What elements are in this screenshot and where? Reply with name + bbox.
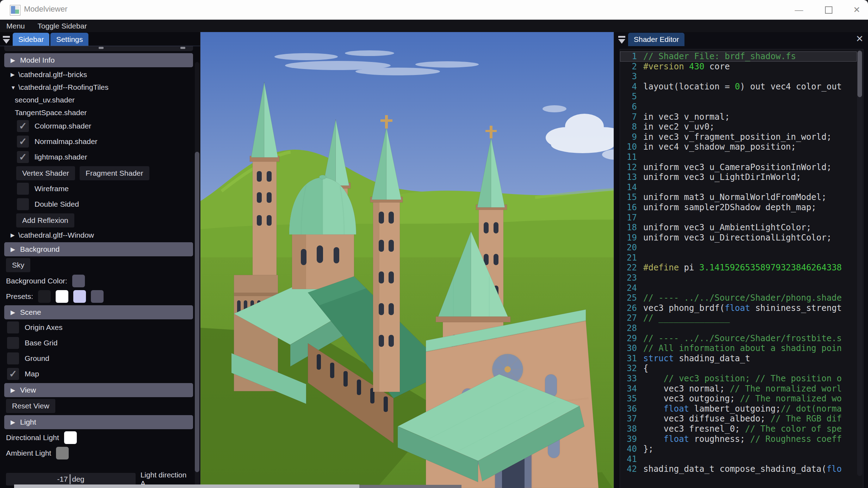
checkbox-row-map[interactable]: ✓Map — [4, 368, 193, 380]
color-swatch[interactable] — [73, 290, 86, 303]
light-direction-slider[interactable]: -17deg — [6, 473, 136, 486]
code-line[interactable]: 4layout(location = 0) out vec4 color_out — [620, 82, 857, 92]
tree-node[interactable]: ▼\cathedral.gltf--RoofingTiles — [4, 82, 193, 93]
close-button[interactable]: ✕ — [847, 3, 867, 17]
color-swatch[interactable] — [91, 290, 104, 303]
code-line[interactable]: 5 — [620, 92, 857, 102]
code-vertical-scrollbar-thumb[interactable] — [857, 51, 862, 97]
code-line[interactable]: 35 vec3 outgoing; // The normalized wo — [620, 394, 857, 404]
code-line[interactable]: 11 — [620, 152, 857, 162]
code-line[interactable]: 12uniform vec3 u_CameraPositionInWorld; — [620, 162, 857, 173]
code-line[interactable]: 18uniform vec3 u_AmbientLightColor; — [620, 223, 857, 233]
tab-sidebar[interactable]: Sidebar — [13, 33, 49, 46]
code-line[interactable]: 8in vec2 v_uv0; — [620, 122, 857, 132]
checkbox-row-double-sided[interactable]: Double Sided — [4, 198, 193, 211]
checkbox-row-colormap-shader[interactable]: ✓Colormap.shader — [4, 120, 193, 132]
code-line[interactable]: 3 — [620, 71, 857, 82]
tab-settings[interactable]: Settings — [50, 33, 88, 46]
code-line[interactable]: 37 vec3 diffuse_albedo; // The RGB dif — [620, 414, 857, 424]
chevron-right-icon[interactable]: ▶ — [11, 232, 18, 238]
code-line[interactable]: 24 — [620, 283, 857, 293]
code-line[interactable]: 34 vec3 normal; // The normalized worl — [620, 384, 857, 394]
chevron-down-icon[interactable]: ▼ — [11, 85, 18, 90]
section-header-scene[interactable]: ▶Scene — [4, 305, 193, 319]
checkbox[interactable] — [7, 337, 19, 349]
checkbox[interactable]: ✓ — [17, 120, 29, 132]
vertex-shader-button[interactable]: Vertex Shader — [16, 166, 75, 180]
section-header-light[interactable]: ▶Light — [4, 415, 193, 429]
code-line[interactable]: 38 vec3 fresnel_0; // The color of spe — [620, 424, 857, 434]
checkbox[interactable] — [7, 321, 19, 333]
code-line[interactable]: 20 — [620, 243, 857, 253]
code-line[interactable]: 6 — [620, 102, 857, 112]
checkbox-row-base-grid[interactable]: Base Grid — [4, 337, 193, 349]
code-line[interactable]: 29// ---- ../../Source/Shader/frostbite.… — [620, 333, 857, 344]
code-line[interactable]: 40}; — [620, 444, 857, 454]
code-line[interactable]: 32{ — [620, 363, 857, 374]
chevron-right-icon[interactable]: ▶ — [11, 71, 18, 78]
code-line[interactable]: 30// All information about a shading poi… — [620, 343, 857, 354]
editor-close-icon[interactable]: ✕ — [856, 33, 863, 44]
checkbox-row-normalmap-shader[interactable]: ✓Normalmap.shader — [4, 135, 193, 148]
minimize-button[interactable]: — — [789, 3, 809, 17]
checkbox[interactable]: ✓ — [7, 368, 19, 380]
checkbox[interactable]: ✓ — [17, 136, 29, 148]
code-line[interactable]: 10in vec4 v_shadow_map_position; — [620, 142, 857, 152]
color-swatch[interactable] — [72, 275, 85, 287]
sky-button[interactable]: Sky — [6, 258, 30, 272]
code-line[interactable]: 9in vec3 v_fragment_position_in_world; — [620, 132, 857, 142]
code-line[interactable]: 14 — [620, 182, 857, 193]
color-swatch[interactable] — [64, 431, 77, 444]
code-line[interactable]: 1// Shader File: brdf_shadow.fs — [620, 51, 857, 62]
section-header-view[interactable]: ▶View — [4, 383, 193, 397]
color-swatch[interactable] — [56, 447, 69, 459]
code-line[interactable]: 21 — [620, 253, 857, 263]
checkbox-row-lightmap-shader[interactable]: ✓lightmap.shader — [4, 151, 193, 163]
checkbox[interactable] — [17, 183, 29, 195]
code-editor[interactable]: 1// Shader File: brdf_shadow.fs2#version… — [620, 49, 863, 488]
code-line[interactable]: 36 float lambert_outgoing;// dot(norma — [620, 404, 857, 414]
checkbox-row-origin-axes[interactable]: Origin Axes — [4, 321, 193, 334]
checkbox[interactable] — [7, 352, 19, 364]
code-line[interactable]: 27// ______________ — [620, 313, 857, 323]
code-line[interactable]: 42shading_data_t compose_shading_data(fl… — [620, 464, 857, 474]
code-line[interactable]: 16uniform sampler2DShadow depth_map; — [620, 202, 857, 213]
add-reflexion-button[interactable]: Add Reflexion — [16, 213, 74, 227]
reset-view-button[interactable]: Reset View — [6, 399, 55, 413]
code-line[interactable]: 2#version 430 core — [620, 62, 857, 72]
tree-node[interactable]: ▶\cathedral.gltf--bricks — [4, 69, 193, 80]
code-line[interactable]: 26vec3 phong_brdf(float shininess_streng… — [620, 303, 857, 313]
section-header-model-info[interactable]: ▶Model Info — [4, 53, 193, 67]
checkbox[interactable] — [17, 198, 29, 210]
code-line[interactable]: 13uniform vec3 u_LightDirInWorld; — [620, 172, 857, 182]
sidebar-scrollbar-thumb[interactable] — [195, 152, 199, 472]
menu-item-menu[interactable]: Menu — [0, 20, 31, 32]
code-line[interactable]: 41 — [620, 454, 857, 464]
code-line[interactable]: 23 — [620, 273, 857, 283]
code-line[interactable]: 7in vec3 v_normal; — [620, 112, 857, 122]
tree-leaf-item[interactable]: second_uv.shader — [4, 94, 193, 106]
section-header-background[interactable]: ▶Background — [4, 242, 193, 256]
code-line[interactable]: 25// ---- ../../Source/Shader/phong.shad… — [620, 293, 857, 303]
checkbox[interactable]: ✓ — [17, 151, 29, 163]
code-line[interactable]: 17 — [620, 213, 857, 223]
dock-menu-icon[interactable] — [615, 33, 628, 46]
code-line[interactable]: 33 // vec3 position; // The position o — [620, 374, 857, 384]
checkbox-row-ground[interactable]: Ground — [4, 352, 193, 365]
color-swatch[interactable] — [56, 290, 68, 303]
tree-leaf-item[interactable]: TangentSpace.shader — [4, 107, 193, 118]
dock-menu-icon[interactable] — [0, 33, 13, 46]
checkbox-row-wireframe[interactable]: Wireframe — [4, 182, 193, 195]
tab-shader-editor[interactable]: Shader Editor — [628, 33, 684, 46]
code-vertical-scrollbar[interactable] — [857, 50, 862, 476]
code-line[interactable]: 19uniform vec3 u_DirectionalLightColor; — [620, 233, 857, 243]
code-line[interactable]: 31struct shading_data_t — [620, 354, 857, 364]
fragment-shader-button[interactable]: Fragment Shader — [80, 166, 149, 180]
color-swatch[interactable] — [38, 290, 51, 303]
code-line[interactable]: 15uniform mat3 u_NormalWorldFromModel; — [620, 192, 857, 202]
menu-item-toggle-sidebar[interactable]: Toggle Sidebar — [31, 20, 93, 32]
title-bar[interactable]: Modelviewer — ✕ — [0, 0, 868, 20]
code-line[interactable]: 39 float roughness; // Roughness coeff — [620, 434, 857, 444]
code-line[interactable]: 22#define pi 3.1415926535897932384626433… — [620, 263, 857, 273]
code-line[interactable]: 28 — [620, 323, 857, 333]
